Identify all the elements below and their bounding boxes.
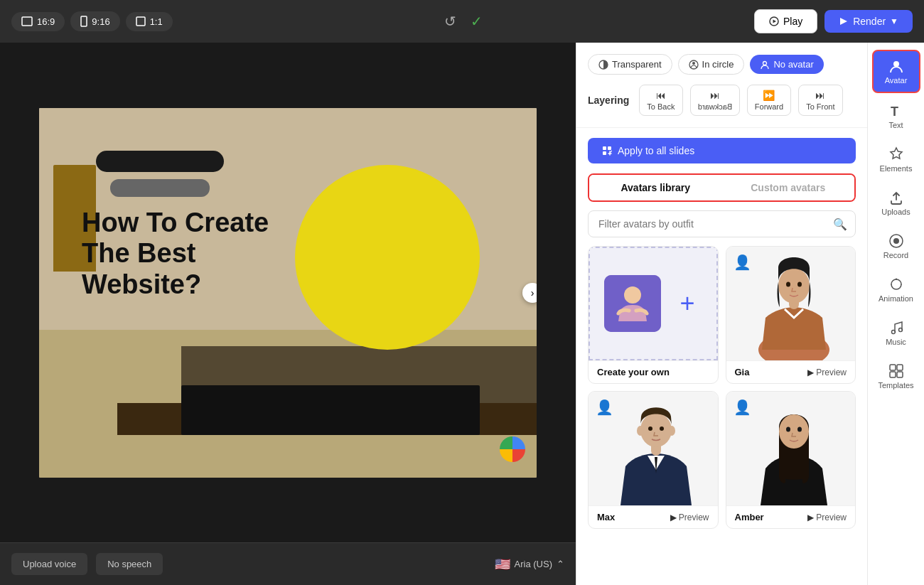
far-right-sidebar: Avatar T Text Elements Uploads Record An… xyxy=(867,43,924,585)
uploads-icon xyxy=(888,190,904,205)
max-image: 👤 xyxy=(589,392,718,505)
create-own-label: Create your own xyxy=(597,367,670,377)
amber-image: 👤 xyxy=(726,392,856,505)
avatar-tabs: Avatars library Custom avatars xyxy=(588,173,856,202)
svg-point-8 xyxy=(692,62,695,65)
sidebar-tool-elements[interactable]: Elements xyxy=(872,139,920,180)
language-selector[interactable]: 🇺🇸 Aria (US) ⌃ xyxy=(495,557,564,572)
filter-input[interactable] xyxy=(588,210,856,237)
sidebar-tool-record[interactable]: Record xyxy=(872,226,920,267)
svg-point-28 xyxy=(779,414,809,449)
svg-point-36 xyxy=(891,331,895,334)
templates-icon xyxy=(888,363,904,379)
canvas-bottom-bar: Upload voice No speech 🇺🇸 Aria (US) ⌃ xyxy=(0,542,576,585)
upload-voice-button[interactable]: Upload voice xyxy=(11,553,87,575)
layering-label: Layering xyxy=(588,95,629,106)
svg-marker-5 xyxy=(840,18,847,25)
svg-rect-11 xyxy=(608,146,611,150)
avatars-library-tab[interactable]: Avatars library xyxy=(589,175,722,200)
render-button[interactable]: Render ▼ xyxy=(824,10,913,33)
top-bar-left: 16:9 9:16 1:1 xyxy=(11,11,173,31)
svg-marker-4 xyxy=(773,20,776,23)
render-chevron-icon: ▼ xyxy=(890,16,898,26)
sidebar-tool-music[interactable]: Music xyxy=(872,313,920,353)
svg-rect-41 xyxy=(897,372,903,377)
max-preview-button[interactable]: ▶ Preview xyxy=(670,512,709,522)
to-front-icon: ⏭ xyxy=(815,90,825,101)
avatar-icon xyxy=(888,58,904,74)
svg-text:T: T xyxy=(891,104,898,119)
svg-rect-1 xyxy=(81,16,87,26)
sidebar-tool-uploads[interactable]: Uploads xyxy=(872,183,920,223)
slide-main-text: How To Create The Best Website? xyxy=(82,208,269,301)
svg-rect-2 xyxy=(136,17,145,26)
elements-label: Elements xyxy=(880,164,913,173)
svg-point-25 xyxy=(660,426,664,431)
record-icon xyxy=(888,233,904,249)
to-back-button[interactable]: ⏮ To Back xyxy=(639,85,682,116)
svg-rect-39 xyxy=(897,365,903,370)
ratio-1-1-button[interactable]: 1:1 xyxy=(126,12,173,31)
sidebar-tool-text[interactable]: T Text xyxy=(872,96,920,136)
no-speech-button[interactable]: No speech xyxy=(96,553,163,575)
svg-point-14 xyxy=(624,286,641,304)
to-back-icon: ⏮ xyxy=(656,90,666,101)
plus-icon: + xyxy=(679,289,694,318)
canvas-area: How To Create The Best Website? › Upload… xyxy=(0,43,576,585)
top-bar-right: Play Render ▼ xyxy=(754,9,913,33)
apply-all-slides-button[interactable]: Apply to all slides xyxy=(588,138,856,163)
main-area: How To Create The Best Website? › Upload… xyxy=(0,43,924,585)
create-own-footer: Create your own xyxy=(589,360,718,383)
max-footer: Max ▶ Preview xyxy=(589,505,718,528)
max-card[interactable]: 👤 xyxy=(588,391,719,529)
svg-point-37 xyxy=(898,328,902,332)
google-icon xyxy=(500,436,525,462)
create-own-card[interactable]: + Create your own xyxy=(588,246,719,384)
top-bar-center: ↺ ✓ xyxy=(441,10,485,33)
layering-row: Layering ⏮ To Back ⏭ Backward ⏩ Forward … xyxy=(588,85,856,116)
play-button[interactable]: Play xyxy=(754,9,817,33)
svg-rect-40 xyxy=(890,372,896,377)
text-icon: T xyxy=(888,103,904,119)
top-bar: 16:9 9:16 1:1 ↺ ✓ Play Render ▼ xyxy=(0,0,924,43)
canvas-slide: How To Create The Best Website? › xyxy=(39,108,537,478)
black-rect-top xyxy=(96,151,224,172)
canvas-next-button[interactable]: › xyxy=(522,283,537,303)
no-avatar-button[interactable]: No avatar xyxy=(750,55,823,74)
ratio-9-16-button[interactable]: 9:16 xyxy=(70,11,119,31)
gia-footer: Gia ▶ Preview xyxy=(726,360,856,383)
custom-avatars-tab[interactable]: Custom avatars xyxy=(722,175,855,200)
amber-card[interactable]: 👤 xyxy=(726,391,856,529)
check-icon: ✓ xyxy=(468,10,485,33)
sidebar-tool-templates[interactable]: Templates xyxy=(872,356,920,397)
in-circle-button[interactable]: In circle xyxy=(678,54,745,75)
amber-name: Amber xyxy=(735,512,764,522)
sidebar-tool-animation[interactable]: Animation xyxy=(872,269,920,310)
amber-footer: Amber ▶ Preview xyxy=(726,505,856,528)
amber-preview-button[interactable]: ▶ Preview xyxy=(807,512,847,522)
play-icon: ▶ xyxy=(807,367,814,377)
undo-button[interactable]: ↺ xyxy=(441,10,459,33)
gia-preview-button[interactable]: ▶ Preview xyxy=(807,367,847,377)
gia-card[interactable]: 👤 xyxy=(726,246,856,384)
svg-point-23 xyxy=(668,426,675,436)
backward-button[interactable]: ⏭ Backward xyxy=(690,85,740,116)
sidebar-tool-avatar[interactable]: Avatar xyxy=(872,50,920,93)
music-icon xyxy=(888,320,904,336)
svg-point-21 xyxy=(640,413,672,447)
forward-icon: ⏩ xyxy=(763,90,775,101)
transparent-button[interactable]: Transparent xyxy=(588,54,672,75)
elements-icon xyxy=(888,146,904,162)
svg-point-19 xyxy=(797,282,802,287)
panel-header: Transparent In circle No avatar Layering… xyxy=(576,43,867,128)
right-panel: Transparent In circle No avatar Layering… xyxy=(576,43,867,585)
play-icon: ▶ xyxy=(807,512,814,522)
to-front-button[interactable]: ⏭ To Front xyxy=(798,85,842,116)
svg-point-34 xyxy=(893,238,899,244)
forward-button[interactable]: ⏩ Forward xyxy=(747,85,791,116)
svg-point-9 xyxy=(763,61,767,65)
uploads-label: Uploads xyxy=(881,208,910,216)
svg-point-17 xyxy=(778,268,810,304)
create-own-image: + xyxy=(589,247,718,360)
ratio-16-9-button[interactable]: 16:9 xyxy=(11,12,65,31)
